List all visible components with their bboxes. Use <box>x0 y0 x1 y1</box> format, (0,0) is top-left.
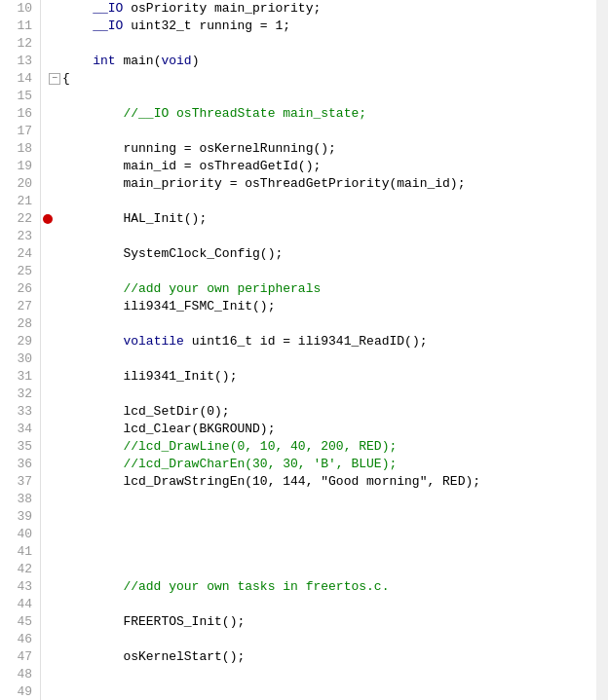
empty-line <box>62 491 70 508</box>
line-number: 24 <box>8 245 32 263</box>
line-number: 22 <box>8 210 32 228</box>
line-number: 48 <box>8 666 32 683</box>
code-line: running = osKernelRunning(); <box>49 140 596 158</box>
code-line <box>49 350 596 368</box>
token-comment: //lcd_DrawCharEn(30, 30, 'B', BLUE); <box>62 456 397 473</box>
line-number: 11 <box>8 18 32 35</box>
line-number: 47 <box>8 648 32 666</box>
code-line: volatile uint16_t id = ili9341_ReadID(); <box>49 333 596 350</box>
empty-line <box>62 631 70 648</box>
token-plain: SystemClock_Config(); <box>62 245 283 263</box>
code-line: //lcd_DrawLine(0, 10, 40, 200, RED); <box>49 438 596 456</box>
empty-line <box>62 123 70 140</box>
token-plain: uint32_t running = 1; <box>123 18 290 35</box>
token-comment: //add your own peripherals <box>62 280 321 298</box>
line-number: 36 <box>8 456 32 473</box>
code-content: 1011121314151617181920212223242526272829… <box>0 0 608 700</box>
empty-line <box>62 666 70 683</box>
empty-line <box>62 315 70 333</box>
code-line: lcd_Clear(BKGROUND); <box>49 421 596 438</box>
token-plain: ili9341_FSMC_Init(); <box>62 298 275 315</box>
token-plain: main_id = osThreadGetId(); <box>62 158 321 175</box>
line-number: 10 <box>8 0 32 18</box>
code-line <box>49 561 596 578</box>
scrollbar[interactable] <box>596 0 608 700</box>
token-plain <box>62 53 93 70</box>
line-number: 20 <box>8 175 32 193</box>
empty-line <box>62 228 70 245</box>
line-number: 18 <box>8 140 32 158</box>
code-editor: 1011121314151617181920212223242526272829… <box>0 0 608 700</box>
token-plain <box>62 18 93 35</box>
code-line <box>49 508 596 526</box>
line-number: 21 <box>8 193 32 210</box>
empty-line <box>62 596 70 613</box>
line-number: 41 <box>8 543 32 561</box>
code-line: lcd_SetDir(0); <box>49 403 596 421</box>
empty-line <box>62 683 70 700</box>
line-number: 43 <box>8 578 32 596</box>
code-line <box>49 491 596 508</box>
line-number: 28 <box>8 315 32 333</box>
line-number: 17 <box>8 123 32 140</box>
token-plain: FREERTOS_Init(); <box>62 613 245 631</box>
line-number: 14 <box>8 70 32 88</box>
code-line: osKernelStart(); <box>49 648 596 666</box>
code-line: −{ <box>49 70 596 88</box>
line-number: 32 <box>8 386 32 403</box>
token-plain: main_priority = osThreadGetPriority(main… <box>62 175 465 193</box>
line-number: 45 <box>8 613 32 631</box>
token-comment: //add your own tasks in freertos.c. <box>62 578 389 596</box>
code-line <box>49 666 596 683</box>
token-plain <box>62 0 93 18</box>
line-number: 46 <box>8 631 32 648</box>
code-line <box>49 228 596 245</box>
code-line <box>49 88 596 105</box>
empty-line <box>62 88 70 105</box>
line-numbers: 1011121314151617181920212223242526272829… <box>0 0 41 700</box>
line-number: 25 <box>8 263 32 280</box>
line-number: 26 <box>8 280 32 298</box>
code-line: ili9341_Init(); <box>49 368 596 386</box>
empty-line <box>62 35 70 53</box>
line-number: 35 <box>8 438 32 456</box>
empty-line <box>62 543 70 561</box>
token-plain: uint16_t id = ili9341_ReadID(); <box>184 333 428 350</box>
line-number: 34 <box>8 421 32 438</box>
line-number: 44 <box>8 596 32 613</box>
empty-line <box>62 386 70 403</box>
code-area[interactable]: __IO osPriority main_priority; __IO uint… <box>41 0 596 700</box>
line-number: 15 <box>8 88 32 105</box>
code-line: //add your own tasks in freertos.c. <box>49 578 596 596</box>
code-line <box>49 526 596 543</box>
token-plain: lcd_Clear(BKGROUND); <box>62 421 275 438</box>
code-line: //__IO osThreadState main_state; <box>49 105 596 123</box>
code-line: HAL_Init(); <box>49 210 596 228</box>
token-plain <box>62 333 123 350</box>
code-line: //add your own peripherals <box>49 280 596 298</box>
line-number: 38 <box>8 491 32 508</box>
code-line: main_priority = osThreadGetPriority(main… <box>49 175 596 193</box>
line-number: 13 <box>8 53 32 70</box>
line-number: 31 <box>8 368 32 386</box>
token-comment: //__IO osThreadState main_state; <box>123 105 366 123</box>
code-line: int main(void) <box>49 53 596 70</box>
token-macro: __IO <box>93 0 123 18</box>
code-line <box>49 123 596 140</box>
code-line: __IO uint32_t running = 1; <box>49 18 596 35</box>
token-plain: running = osKernelRunning(); <box>62 140 336 158</box>
token-kw: int <box>93 53 115 70</box>
token-plain: main( <box>116 53 162 70</box>
token-plain: osPriority main_priority; <box>123 0 321 18</box>
code-line <box>49 683 596 700</box>
fold-icon[interactable]: − <box>49 73 60 85</box>
token-kw: void <box>161 53 191 70</box>
line-number: 42 <box>8 561 32 578</box>
line-number: 19 <box>8 158 32 175</box>
line-number: 40 <box>8 526 32 543</box>
line-number: 23 <box>8 228 32 245</box>
code-line: SystemClock_Config(); <box>49 245 596 263</box>
empty-line <box>62 508 70 526</box>
token-plain: lcd_DrawStringEn(10, 144, "Good morning"… <box>62 473 480 491</box>
code-line: //lcd_DrawCharEn(30, 30, 'B', BLUE); <box>49 456 596 473</box>
